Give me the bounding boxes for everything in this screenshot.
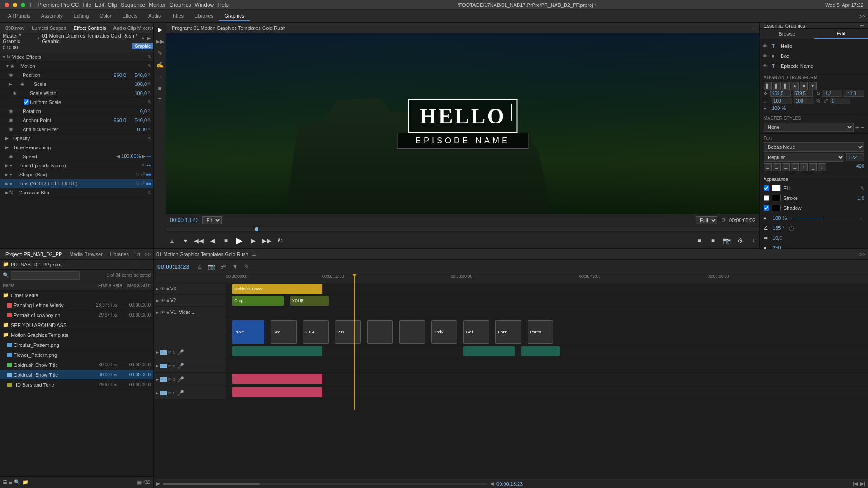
align-bottom-button[interactable]: ▼ <box>809 82 817 90</box>
new-folder-button[interactable]: 📁 <box>22 479 28 485</box>
scale-x-input[interactable] <box>772 98 792 104</box>
pos-x-input[interactable] <box>770 90 791 97</box>
episode-visibility-icon[interactable]: 👁 <box>763 63 770 69</box>
speed-value[interactable]: 100,00% <box>121 153 141 159</box>
insert-button[interactable]: ■ <box>694 235 705 246</box>
clip-goldrush-show[interactable]: Goldrush Show <box>232 284 322 294</box>
tab-editing[interactable]: Editing <box>68 11 94 21</box>
timeline-zoom-handle[interactable] <box>163 483 260 485</box>
opacity-percent[interactable]: 100 % <box>772 105 786 111</box>
text-weight-value[interactable]: 400 <box>856 163 864 171</box>
track-a1-s[interactable]: S <box>173 350 176 355</box>
align-left-text-button[interactable]: ☰ <box>764 163 772 171</box>
anchor-reset[interactable]: ↻ <box>148 118 151 123</box>
position-y-value[interactable]: 540,0 <box>129 72 147 78</box>
minimize-button[interactable] <box>13 3 17 7</box>
tab-media-browser[interactable]: Media Browser <box>66 251 105 258</box>
project-item-other-media[interactable]: 📁 Other Media <box>0 290 153 300</box>
zoom-tool-button[interactable]: ▶▶ <box>155 36 165 46</box>
track-v2-lock[interactable]: ■ <box>166 298 169 303</box>
rot-input[interactable] <box>822 90 842 97</box>
search-button[interactable]: 🔍 <box>14 479 20 485</box>
tab-lumetri[interactable]: Lumetri Scopes <box>28 24 70 32</box>
align-right-button[interactable]: ▌ <box>782 82 790 90</box>
tab-audio[interactable]: Audio <box>143 11 166 21</box>
timeline-settings-button[interactable]: ✎ <box>242 262 252 272</box>
scrubber-handle[interactable] <box>255 227 258 231</box>
shape-box-expand[interactable]: ▶ <box>5 172 9 177</box>
tab-assembly[interactable]: Assembly <box>36 11 68 21</box>
track-v2-visibility[interactable]: 👁 <box>160 298 165 303</box>
timeline-linked-button[interactable]: ☍ <box>218 262 228 272</box>
timeline-expand-icon[interactable]: >> <box>859 251 865 257</box>
scale-stopwatch-icon[interactable]: ◉ <box>20 81 26 86</box>
eg-layer-box[interactable]: 👁 ■ Box <box>760 51 868 61</box>
project-item-flower[interactable]: Flower_Pattern.png <box>0 350 153 360</box>
track-a3-m[interactable]: M <box>168 377 172 382</box>
clip-a4-audio[interactable] <box>232 387 322 397</box>
shape-box-reset[interactable]: ↻ <box>136 172 139 177</box>
track-a4-m[interactable]: M <box>168 391 172 395</box>
track-v3-visibility[interactable]: 👁 <box>160 286 165 291</box>
step-prev-button[interactable]: ◀ <box>207 235 218 246</box>
project-item-goldrush-title[interactable]: Goldrush Show Title 30,00 fps 00:00:00:0 <box>0 360 153 370</box>
project-item-mgt[interactable]: 📁 Motion Graphics Template <box>0 330 153 340</box>
stroke-value[interactable]: 1,0 <box>858 195 864 201</box>
scale-width-reset[interactable]: ↻ <box>148 90 151 95</box>
opacity-expand-icon[interactable]: ▶ <box>5 136 9 141</box>
speed-stopwatch[interactable]: ◉ <box>9 154 14 159</box>
stroke-checkbox[interactable] <box>764 195 769 201</box>
align-center-h-button[interactable]: ▌ <box>773 82 781 90</box>
clip-your[interactable]: YOUR <box>290 296 329 306</box>
scale-reset-icon[interactable]: ↻ <box>148 81 151 86</box>
motion-reset-icon[interactable]: ↻ <box>148 63 151 68</box>
track-select-button[interactable]: → <box>155 71 165 81</box>
shadow-checkbox[interactable] <box>764 205 769 211</box>
align-bottom-text-button[interactable]: ↓ <box>818 163 826 171</box>
clip-ado[interactable]: Ado <box>271 320 297 344</box>
project-search-input[interactable] <box>11 271 80 280</box>
timeline-snap-button[interactable]: 📷 <box>207 262 217 272</box>
tab-effects[interactable]: Effects <box>117 11 143 21</box>
track-a2-m[interactable]: M <box>168 364 172 368</box>
track-a2-mic[interactable]: 🎤 <box>177 363 184 369</box>
gaussian-reset[interactable]: ↻ <box>148 190 151 195</box>
time-remap-expand-icon[interactable]: ▶ <box>5 145 9 150</box>
eg-menu-icon[interactable]: ☰ <box>860 23 864 28</box>
clip-a3-audio[interactable] <box>232 374 322 384</box>
export-frame-button[interactable]: 📷 <box>721 235 732 246</box>
align-justify-button[interactable]: ☰ <box>791 163 799 171</box>
clip-201[interactable]: 201 <box>335 320 361 344</box>
clip-pann[interactable]: Pann <box>495 320 521 344</box>
settings-button[interactable]: ⚙ <box>735 235 745 246</box>
ripple-edit-button[interactable]: ■ <box>155 83 165 93</box>
step-back-button[interactable]: ◀◀ <box>193 235 204 246</box>
clip-project[interactable]: Proje <box>232 320 264 344</box>
font-size-input[interactable] <box>846 153 864 161</box>
menu-help[interactable]: Help <box>217 2 229 8</box>
tab-audiomix[interactable]: Audio Clip Mixer: 01 Motion Graphics Tem… <box>110 24 153 32</box>
track-v1-visibility[interactable]: 👁 <box>160 310 165 315</box>
step-next-button[interactable]: ▶ <box>248 235 259 246</box>
text-title-expand[interactable]: ▶ <box>5 181 9 186</box>
opacity-reset[interactable]: ↻ <box>148 136 151 141</box>
program-monitor-menu-icon[interactable]: ☰ <box>752 25 756 31</box>
gaussian-expand[interactable]: ▶ <box>5 190 9 195</box>
project-item-circular[interactable]: Circular_Pattern.png <box>0 340 153 350</box>
ve-reset-icon[interactable]: ↻ <box>148 54 151 59</box>
tab-all-panels[interactable]: All Panels <box>3 11 36 21</box>
tab-info[interactable]: In <box>133 251 143 258</box>
program-scrubber[interactable] <box>166 226 759 232</box>
track-a1-mic[interactable]: 🎤 <box>177 349 184 355</box>
project-item-seeyou[interactable]: 📁 SEE YOU AROUND ASS <box>0 320 153 330</box>
track-a1-m[interactable]: M <box>168 350 172 355</box>
program-timecode[interactable]: 00:00:13:23 <box>170 217 198 223</box>
clip-graphic[interactable]: Grap <box>232 296 284 306</box>
mark-out-button[interactable]: ▾ <box>180 235 191 246</box>
ve-expand-icon[interactable]: ▼ <box>2 55 6 59</box>
eg-layer-episode-name[interactable]: 👁 T Episode Name <box>760 61 868 71</box>
clip-a1-audio3[interactable] <box>521 346 560 356</box>
link-icon[interactable]: ☍ <box>824 99 828 104</box>
uniform-scale-reset[interactable]: ↻ <box>148 99 151 104</box>
tab-graphics[interactable]: Graphics <box>219 11 250 21</box>
